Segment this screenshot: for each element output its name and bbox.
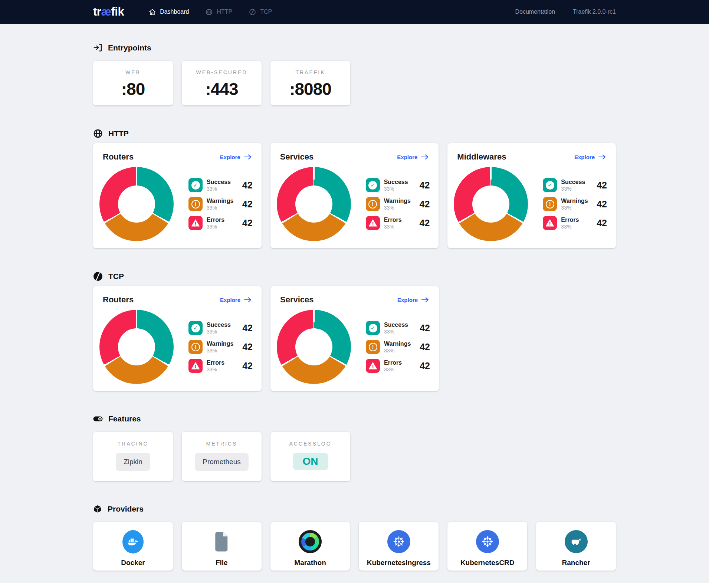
legend-label: Warnings [384,197,411,204]
tcp-panels: Routers Explore ✓ Success33% 42 [93,286,616,391]
status-donut-chart [454,167,528,241]
arrow-right-icon [421,297,429,303]
nav-item-dashboard[interactable]: Dashboard [148,8,189,16]
provider-label: Marathon [270,559,350,567]
cube-icon [93,505,102,513]
traefik-logo[interactable]: træfik [93,5,124,19]
legend-label: Warnings [207,340,233,347]
entrypoint-port: :8080 [270,79,350,99]
explore-link[interactable]: Explore [220,154,252,160]
legend-row-success: ✓ Success33% 42 [543,178,607,192]
legend-count: 42 [242,180,253,191]
http-services-panel: Services Explore ✓ Success33% 42 [270,143,439,248]
provider-card-kubernetes-crd: KubernetesCRD [447,522,527,571]
provider-card-kubernetes-ingress: KubernetesIngress [359,522,439,571]
legend-count: 42 [420,218,430,229]
legend-label: Warnings [561,197,588,204]
success-icon: ✓ [188,321,203,335]
chart-legend: ✓ Success33% 42 ! Warnings33% 42 Errors3… [188,321,253,373]
chart-legend: ✓ Success33% 42 ! Warnings33% 42 Errors3… [188,178,253,230]
success-icon: ✓ [366,178,380,192]
nav-item-http[interactable]: HTTP [205,8,232,16]
legend-label: Errors [561,216,579,223]
legend-percent: 33% [207,329,231,335]
legend-percent: 33% [384,186,408,192]
globe-icon [93,129,103,138]
http-panels: Routers Explore ✓ Success33% 42 [93,143,616,248]
success-icon: ✓ [366,321,380,335]
file-icon [182,530,262,553]
toggle-icon [93,415,103,423]
feature-label: METRICS [182,441,262,447]
legend-percent: 33% [561,186,585,192]
nav-item-label: TCP [260,9,272,15]
legend-row-success: ✓ Success33% 42 [366,321,430,335]
explore-label: Explore [574,154,595,160]
legend-percent: 33% [207,224,224,230]
entrypoint-card-traefik: TRAEFIK :8080 [270,61,350,105]
docker-icon [122,530,144,553]
entrypoint-label: WEB-SECURED [182,69,262,75]
arrow-right-icon [244,154,252,160]
panel-title: Middlewares [457,152,506,162]
legend-percent: 33% [384,329,408,335]
legend-label: Success [561,178,585,185]
main-content: Entrypoints WEB :80 WEB-SECURED :443 TRA… [0,24,709,571]
nav-item-tcp[interactable]: TCP [249,8,272,16]
legend-row-errors: Errors33% 42 [366,216,430,230]
legend-label: Errors [384,216,402,223]
tcp-icon [249,8,256,16]
legend-count: 42 [420,323,430,334]
status-donut-chart [99,167,174,241]
legend-count: 42 [597,218,607,229]
explore-link[interactable]: Explore [397,297,429,303]
documentation-link[interactable]: Documentation [515,9,555,15]
logo-text: fik [111,5,124,18]
section-title: Features [108,414,141,423]
feature-value-pill: Zipkin [116,453,150,471]
navbar: træfik Dashboard HTTP TCP Documentation … [0,0,709,24]
legend-label: Success [207,321,231,328]
legend-row-warnings: ! Warnings33% 42 [188,340,253,354]
legend-row-success: ✓ Success33% 42 [188,178,253,192]
feature-value-pill: Prometheus [195,453,248,471]
error-icon [366,216,380,230]
feature-card-accesslog: ACCESSLOG ON [270,432,350,481]
section-title: HTTP [108,129,129,138]
legend-count: 42 [420,199,430,210]
marathon-icon [299,530,322,553]
warning-icon: ! [543,197,557,211]
error-icon [543,216,557,230]
legend-count: 42 [242,342,253,352]
home-icon [148,8,156,16]
traefik-dashboard: træfik Dashboard HTTP TCP Documentation … [0,0,709,588]
entrypoint-card-web-secured: WEB-SECURED :443 [182,61,262,105]
error-icon [366,359,380,373]
entrypoints-section-header: Entrypoints [93,43,616,52]
legend-percent: 33% [561,205,588,211]
explore-link[interactable]: Explore [220,297,252,303]
section-title: Entrypoints [108,43,151,52]
status-donut-chart [99,310,174,384]
explore-label: Explore [397,297,418,303]
legend-label: Success [384,321,408,328]
legend-count: 42 [242,361,253,371]
tcp-services-panel: Services Explore ✓ Success33% 42 [270,286,439,391]
success-icon: ✓ [188,178,203,192]
legend-row-warnings: ! Warnings33% 42 [543,197,607,211]
legend-label: Warnings [207,197,233,204]
legend-row-errors: Errors33% 42 [188,359,253,373]
explore-link[interactable]: Explore [574,154,606,160]
entrypoint-label: WEB [93,69,173,75]
warning-icon: ! [366,340,380,354]
panel-title: Routers [103,152,134,162]
arrow-right-icon [598,154,606,160]
legend-percent: 33% [384,367,402,372]
error-icon [188,216,203,230]
success-icon: ✓ [543,178,557,192]
explore-link[interactable]: Explore [397,154,429,160]
features-cards: TRACING Zipkin METRICS Prometheus ACCESS… [93,432,616,481]
legend-count: 42 [420,342,430,352]
legend-row-warnings: ! Warnings33% 42 [366,197,430,211]
legend-label: Errors [384,359,402,366]
